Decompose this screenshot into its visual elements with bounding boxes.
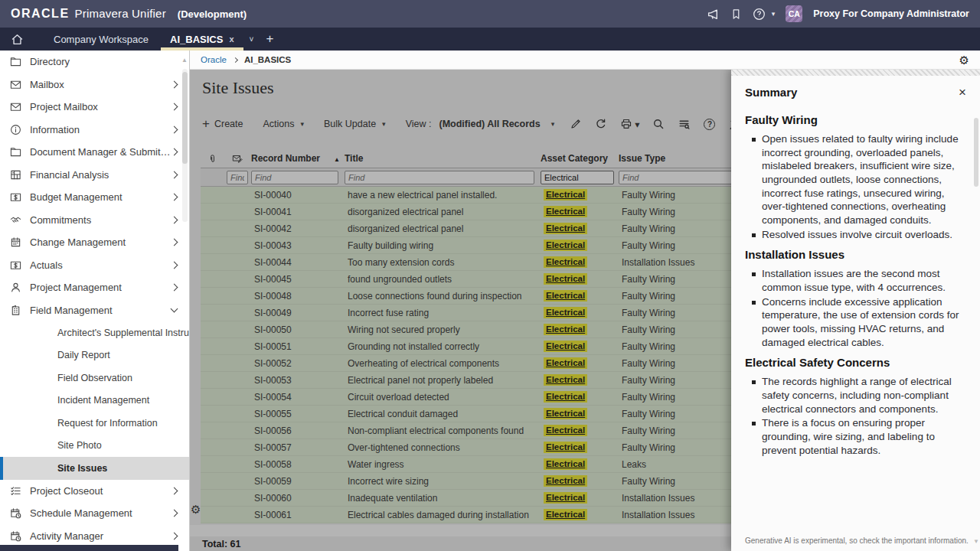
avatar[interactable]: CA	[786, 5, 802, 22]
filter-find-icon[interactable]	[678, 118, 691, 131]
table-row[interactable]: SI-00060Inadequate ventilationElectrical…	[201, 490, 813, 507]
record-number-cell: SI-00052	[251, 358, 345, 369]
tab-company-workspace[interactable]: Company Workspace	[43, 28, 159, 51]
tab-list-chevron-icon[interactable]: ˅	[250, 35, 254, 44]
filter-input-flag[interactable]	[227, 171, 248, 184]
add-tab-icon[interactable]: +	[266, 31, 273, 47]
sidebar-item-site-issues[interactable]: Site Issues	[0, 457, 189, 480]
pane-settings-gear-icon[interactable]: ⚙	[191, 503, 201, 517]
settings-gear-icon[interactable]: ⚙	[959, 54, 969, 66]
sidebar-item-directory[interactable]: Directory	[0, 51, 189, 73]
table-row[interactable]: SI-00048Loose connections found during i…	[201, 288, 813, 305]
asset-category-chip[interactable]: Electrical	[544, 223, 587, 234]
refresh-icon[interactable]	[595, 118, 607, 130]
table-row[interactable]: SI-00056Non-compliant electrical compone…	[201, 422, 813, 439]
sidebar-item-field-observation[interactable]: Field Observation	[0, 367, 189, 390]
asset-category-chip[interactable]: Electrical	[544, 458, 587, 470]
breadcrumb-home-link[interactable]: Oracle	[201, 55, 227, 64]
help-icon[interactable]	[753, 8, 766, 21]
table-row[interactable]: SI-00055Electrical conduit damagedElectr…	[201, 406, 813, 422]
table-row[interactable]: SI-00054Circuit overload detectedElectri…	[201, 389, 813, 406]
asset-category-chip[interactable]: Electrical	[544, 425, 587, 436]
table-row[interactable]: SI-00052Overheating of electrical compon…	[201, 355, 813, 372]
column-header-record-number[interactable]: Record Number▲	[251, 153, 345, 164]
sidebar-item-incident-management[interactable]: Incident Management	[0, 390, 189, 412]
table-row[interactable]: SI-00059Incorrect wire sizingElectricalF…	[201, 473, 813, 490]
sidebar-item-information[interactable]: Information	[0, 119, 189, 142]
table-row[interactable]: SI-00051Grounding not installed correctl…	[201, 338, 813, 355]
filter-input-asset-category[interactable]	[541, 171, 614, 184]
asset-category-chip[interactable]: Electrical	[544, 307, 587, 318]
sidebar-item-architect-s-supplemental-instruc[interactable]: Architect's Supplemental Instruc...	[0, 321, 189, 344]
table-row[interactable]: SI-00040have a new electrical panel inst…	[201, 187, 813, 204]
sidebar-item-budget-management[interactable]: Budget Management	[0, 186, 189, 209]
sidebar-item-financial-analysis[interactable]: Financial Analysis	[0, 164, 189, 187]
sidebar-item-commitments[interactable]: Commitments	[0, 209, 189, 232]
sidebar-item-daily-report[interactable]: Daily Report	[0, 344, 189, 367]
sidebar-item-field-management[interactable]: Field Management	[0, 299, 189, 322]
bookmarks-icon[interactable]	[730, 8, 742, 20]
sidebar-scrollbar[interactable]	[182, 69, 188, 222]
sidebar-item-request-for-information[interactable]: Request for Information	[0, 412, 189, 435]
search-icon[interactable]	[652, 118, 665, 130]
bulk-update-menu-button[interactable]: Bulk Update▾	[324, 119, 386, 129]
sidebar-item-change-management[interactable]: Change Management	[0, 231, 189, 254]
create-button[interactable]: +Create	[202, 116, 243, 132]
sidebar-item-project-management[interactable]: Project Management	[0, 276, 189, 299]
sidebar-item-document-manager-submittals[interactable]: Document Manager & Submittals	[0, 141, 189, 164]
record-number-cell: SI-00050	[251, 324, 345, 335]
sidebar-item-activity-manager[interactable]: Activity Manager	[0, 525, 189, 548]
asset-category-chip[interactable]: Electrical	[544, 324, 587, 335]
table-row[interactable]: SI-00042disorganized electrical panelEle…	[201, 220, 813, 237]
sidebar-item-actuals[interactable]: Actuals	[0, 254, 189, 277]
filter-input-record-number[interactable]	[251, 171, 338, 184]
filter-input-title[interactable]	[345, 171, 534, 184]
table-row[interactable]: SI-00061Electrical cables damaged during…	[201, 507, 813, 523]
sidebar-scroll-up-icon[interactable]: ▲	[181, 57, 188, 64]
asset-category-chip[interactable]: Electrical	[544, 357, 587, 369]
edit-pencil-icon[interactable]	[570, 118, 582, 130]
asset-category-chip[interactable]: Electrical	[544, 492, 587, 504]
table-row[interactable]: SI-00045found ungrounded outletsElectric…	[201, 271, 813, 288]
tab-ai-basics[interactable]: AI_BASICS x	[159, 28, 244, 51]
asset-category-chip[interactable]: Electrical	[544, 290, 587, 302]
home-icon[interactable]	[11, 33, 37, 46]
sidebar-item-project-closeout[interactable]: Project Closeout	[0, 480, 189, 503]
panel-scrollbar[interactable]: ▼	[974, 118, 978, 536]
close-tab-icon[interactable]: x	[229, 34, 234, 44]
asset-category-chip[interactable]: Electrical	[544, 374, 587, 386]
table-row[interactable]: SI-00053Electrical panel not properly la…	[201, 372, 813, 389]
asset-category-chip[interactable]: Electrical	[544, 391, 587, 403]
close-icon[interactable]: ×	[959, 86, 966, 99]
panel-drag-handle[interactable]	[731, 69, 980, 76]
sidebar-item-site-photo[interactable]: Site Photo	[0, 435, 189, 458]
table-row[interactable]: SI-00058Water ingressElectricalLeaks	[201, 456, 813, 473]
asset-category-chip[interactable]: Electrical	[544, 408, 587, 419]
asset-category-chip[interactable]: Electrical	[544, 240, 587, 251]
column-header-title[interactable]: Title	[345, 153, 541, 164]
table-row[interactable]: SI-00057Over-tightened connectionsElectr…	[201, 439, 813, 456]
actions-menu-button[interactable]: Actions▾	[263, 119, 304, 129]
table-row[interactable]: SI-00044Too many extension cordsElectric…	[201, 254, 813, 271]
sidebar-item-project-mailbox[interactable]: Project Mailbox	[0, 96, 189, 119]
column-header-asset-category[interactable]: Asset Category	[541, 153, 619, 164]
sidebar-item-schedule-management[interactable]: Schedule Management	[0, 502, 189, 525]
toolbar-help-icon[interactable]: ?	[704, 119, 715, 130]
table-row[interactable]: SI-00049Incorrect fuse ratingElectricalF…	[201, 305, 813, 321]
asset-category-chip[interactable]: Electrical	[544, 509, 587, 520]
asset-category-chip[interactable]: Electrical	[544, 273, 587, 285]
announcements-icon[interactable]	[707, 8, 720, 21]
table-row[interactable]: SI-00043Faulty building wiringElectrical…	[201, 237, 813, 254]
asset-category-chip[interactable]: Electrical	[544, 256, 587, 268]
asset-category-chip[interactable]: Electrical	[544, 341, 587, 352]
asset-category-chip[interactable]: Electrical	[544, 206, 587, 217]
asset-category-chip[interactable]: Electrical	[544, 475, 587, 487]
view-selector[interactable]: (Modified) All Records▾	[439, 119, 554, 129]
asset-category-chip[interactable]: Electrical	[544, 189, 587, 201]
sidebar-item-mailbox[interactable]: Mailbox	[0, 73, 189, 96]
help-caret-icon[interactable]: ▾	[772, 10, 776, 18]
print-menu-button[interactable]: ▾	[620, 118, 639, 130]
table-row[interactable]: SI-00050Wiring not secured properlyElect…	[201, 321, 813, 338]
asset-category-chip[interactable]: Electrical	[544, 442, 587, 453]
table-row[interactable]: SI-00041disorganized electrical panelEle…	[201, 204, 813, 220]
